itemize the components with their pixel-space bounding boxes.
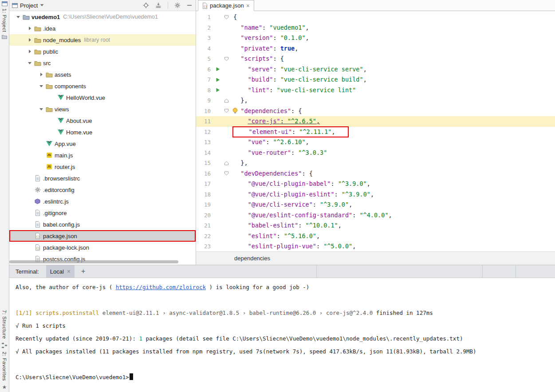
close-icon[interactable]: × [246,4,250,8]
fold-start-icon[interactable] [222,12,231,23]
tree-item-main.js[interactable]: JSmain.js [9,149,196,161]
tree-item-label: babel.config.js [43,221,80,228]
code-line-19[interactable]: 19 "@vue/cli-service": "^3.9.0", [196,200,555,210]
code-line-9[interactable]: 9 }, [196,95,555,106]
tree-item-label: Home.vue [66,129,92,136]
tree-item-vuedemo1[interactable]: vuedemo1C:\Users\Sliecne\VueDemo\vuedemo… [9,11,196,23]
code-line-10[interactable]: 10 "dependencies": { [196,106,555,117]
chevron-down-icon[interactable] [40,4,44,7]
tree-item-router.js[interactable]: JSrouter.js [9,161,196,172]
tree-item-.idea[interactable]: .idea [9,23,196,34]
chevron-down-icon[interactable] [26,61,33,65]
run-script-icon[interactable] [214,85,222,96]
code-token: "@vue/cli-plugin-eslint" [248,191,335,198]
tree-item-node_modules[interactable]: node_moduleslibrary root [9,34,196,46]
fold-end-icon[interactable] [222,95,231,106]
code-line-22[interactable]: 22 "eslint": "^5.16.0", [196,231,555,242]
collapse-all-icon[interactable] [155,2,161,8]
code-token: "^10.0.1" [306,222,338,229]
code-line-15[interactable]: 15 }, [196,158,555,169]
fold-end-icon[interactable] [222,158,231,169]
tool-button-structure[interactable]: 7: Structure [2,310,7,339]
code-line-17[interactable]: 17 "@vue/cli-plugin-babel": "^3.9.0", [196,179,555,189]
terminal-line: √ All packages installed (11 packages in… [16,345,555,358]
tree-item-.gitignore[interactable]: .gitignore [9,207,196,219]
fold-spacer [222,127,231,137]
code-line-13[interactable]: 13 "vue": "^2.6.10", [196,137,555,148]
tree-item-package.json[interactable]: {}package.json [9,230,196,242]
code-line-2[interactable]: 2 "name": "vuedemo1", [196,23,555,33]
chevron-right-icon[interactable] [26,26,33,31]
line-number: 6 [196,64,214,75]
terminal-line: Recently updated (since 2019-07-21): 1 p… [16,332,555,345]
fold-start-icon[interactable] [222,169,231,179]
terminal-tab-local[interactable]: Local × [46,265,75,278]
code-line-7[interactable]: 7 "build": "vue-cli-service build", [196,74,555,85]
code-line-21[interactable]: 21 "babel-eslint": "^10.0.1", [196,220,555,231]
code-text: }, [231,95,248,106]
chevron-down-icon[interactable] [38,84,45,88]
fold-spacer [222,74,231,85]
intention-bulb-icon[interactable] [232,108,238,114]
fold-start-icon[interactable] [222,54,231,64]
tree-item-About.vue[interactable]: About.vue [9,115,196,126]
tree-item-App.vue[interactable]: App.vue [9,138,196,149]
terminal-link[interactable]: https://github.com/zloirock [116,284,206,290]
tree-item-.editorconfig[interactable]: .editorconfig [9,184,196,196]
tool-button-favorites[interactable]: 2: Favorites [2,352,7,381]
svg-text:{}: {} [36,247,39,250]
code-line-6[interactable]: 6 "serve": "vue-cli-service serve", [196,64,555,75]
tree-item-src[interactable]: src [9,57,196,69]
svg-text:{}: {} [36,235,39,239]
run-script-icon[interactable] [214,74,222,85]
settings-gear-icon[interactable] [174,2,181,8]
chevron-right-icon[interactable] [26,49,33,54]
chevron-right-icon[interactable] [38,72,45,77]
tree-item-public[interactable]: public [9,46,196,57]
editor-tab-package-json[interactable]: {} package.json × [198,0,254,11]
tree-item-.browserslistrc[interactable]: .browserslistrc [9,172,196,184]
terminal-line: Also, the author of core-js ( https://gi… [16,281,555,294]
code-token: : [352,212,359,219]
project-panel-title[interactable]: Project [20,2,38,9]
chevron-down-icon[interactable] [38,107,45,111]
tree-item-components[interactable]: components [9,80,196,92]
code-line-18[interactable]: 18 "@vue/cli-plugin-eslint": "^3.9.0", [196,189,555,200]
code-token: : [262,24,269,31]
code-line-20[interactable]: 20 "@vue/eslint-config-standard": "^4.0.… [196,210,555,221]
run-script-icon[interactable] [214,64,222,75]
fold-start-icon[interactable] [222,106,231,117]
code-editor[interactable]: 1{2 "name": "vuedemo1",3 "version": "0.1… [196,11,555,251]
code-line-23[interactable]: 23 "eslint-plugin-vue": "^5.0.0", [196,241,555,251]
line-number: 12 [196,127,214,137]
code-line-3[interactable]: 3 "version": "0.1.0", [196,33,555,43]
locate-icon[interactable] [143,2,149,8]
tree-item-babel.config.js[interactable]: babel.config.js [9,219,196,230]
code-line-4[interactable]: 4 "private": true, [196,43,555,54]
breadcrumb[interactable]: dependencies [234,255,270,262]
project-horizontal-scrollbar[interactable] [9,260,178,263]
terminal-cursor [130,373,133,380]
gutter-spacer [214,127,222,137]
code-line-14[interactable]: 14 "vue-router": "^3.0.3" [196,148,555,158]
code-line-5[interactable]: 5 "scripts": { [196,54,555,64]
code-line-16[interactable]: 16 "devDependencies": { [196,169,555,179]
tree-item-views[interactable]: views [9,103,196,115]
hide-panel-icon[interactable] [187,3,192,8]
terminal-output[interactable]: Also, the author of core-js ( https://gi… [9,278,555,392]
code-line-11[interactable]: 11 "core-js": "^2.6.5", [196,116,555,127]
tree-item-HelloWorld.vue[interactable]: HelloWorld.vue [9,92,196,103]
chevron-down-icon[interactable] [15,15,22,19]
tree-item-.eslintrc.js[interactable]: .eslintrc.js [9,196,196,207]
tree-item-Home.vue[interactable]: Home.vue [9,126,196,138]
chevron-right-icon[interactable] [26,38,33,42]
new-terminal-session-icon[interactable]: + [81,269,85,274]
code-token: "private" [240,45,273,52]
code-line-1[interactable]: 1{ [196,12,555,23]
close-icon[interactable]: × [67,269,71,274]
code-line-12[interactable]: 12 "element-ui": "^2.11.1", [196,127,555,137]
tree-item-package-lock.json[interactable]: {}package-lock.json [9,242,196,253]
code-line-8[interactable]: 8 "lint": "vue-cli-service lint" [196,85,555,96]
tool-button-project[interactable]: 1: Project [2,8,7,32]
tree-item-assets[interactable]: assets [9,69,196,80]
